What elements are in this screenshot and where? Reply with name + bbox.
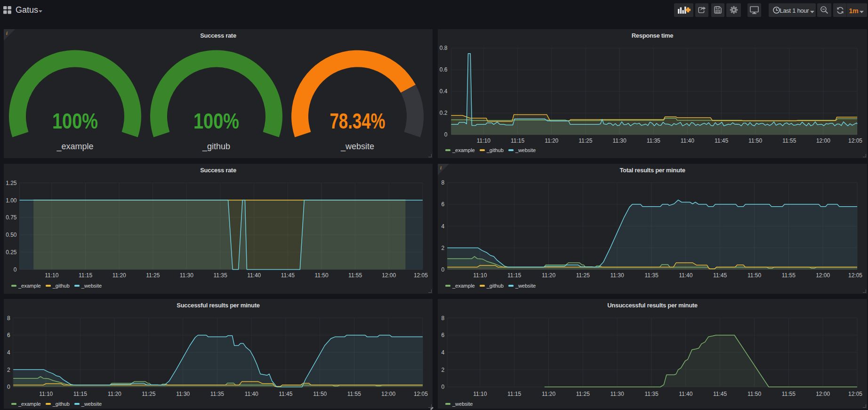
svg-text:4: 4 (442, 223, 445, 230)
svg-text:11:45: 11:45 (713, 391, 727, 397)
svg-text:11:25: 11:25 (579, 137, 592, 144)
svg-text:0: 0 (442, 384, 445, 390)
svg-text:11:10: 11:10 (39, 391, 53, 397)
svg-text:0.2: 0.2 (440, 110, 448, 116)
svg-text:_github: _github (202, 142, 230, 152)
svg-text:11:55: 11:55 (782, 391, 796, 397)
svg-text:2: 2 (442, 245, 445, 251)
svg-text:0.75: 0.75 (6, 214, 17, 221)
svg-text:11:45: 11:45 (715, 137, 728, 144)
svg-text:11:30: 11:30 (612, 137, 626, 144)
svg-text:12:00: 12:00 (816, 272, 830, 279)
svg-text:11:10: 11:10 (473, 391, 487, 397)
svg-text:11:40: 11:40 (679, 272, 692, 279)
svg-text:11:50: 11:50 (314, 272, 328, 279)
svg-text:4: 4 (7, 349, 10, 356)
svg-text:11:55: 11:55 (782, 272, 796, 279)
svg-text:0.8: 0.8 (440, 45, 448, 51)
svg-text:11:45: 11:45 (279, 391, 292, 397)
svg-text:11:35: 11:35 (210, 391, 224, 397)
svg-text:11:55: 11:55 (348, 272, 362, 279)
svg-text:0: 0 (444, 131, 448, 138)
svg-text:11:20: 11:20 (542, 272, 555, 279)
svg-text:11:15: 11:15 (73, 391, 87, 397)
svg-text:100%: 100% (52, 109, 98, 133)
svg-text:8: 8 (442, 315, 445, 322)
svg-text:11:25: 11:25 (146, 272, 160, 279)
svg-text:11:15: 11:15 (507, 391, 521, 397)
svg-text:_website: _website (340, 142, 374, 152)
svg-text:8: 8 (442, 179, 445, 186)
svg-text:12:00: 12:00 (382, 272, 396, 279)
svg-text:8: 8 (7, 315, 10, 322)
svg-text:11:55: 11:55 (782, 137, 796, 144)
svg-text:0.4: 0.4 (440, 88, 448, 95)
svg-text:0: 0 (442, 266, 445, 273)
svg-text:11:10: 11:10 (473, 272, 487, 279)
svg-text:0.50: 0.50 (6, 232, 17, 238)
svg-text:11:35: 11:35 (644, 272, 658, 279)
svg-text:11:40: 11:40 (679, 391, 692, 397)
svg-text:6: 6 (7, 332, 10, 338)
svg-text:11:30: 11:30 (611, 391, 624, 397)
svg-text:11:50: 11:50 (747, 272, 761, 279)
svg-text:11:30: 11:30 (180, 272, 193, 279)
svg-text:4: 4 (442, 349, 445, 356)
svg-text:11:35: 11:35 (644, 391, 658, 397)
svg-text:12:05: 12:05 (848, 272, 862, 279)
svg-text:12:05: 12:05 (848, 137, 862, 144)
svg-text:11:25: 11:25 (576, 272, 590, 279)
svg-text:0.25: 0.25 (6, 249, 17, 256)
svg-text:1.25: 1.25 (6, 180, 17, 186)
svg-text:78.34%: 78.34% (330, 109, 386, 133)
svg-text:11:15: 11:15 (79, 272, 92, 279)
svg-text:12:00: 12:00 (816, 391, 830, 397)
svg-text:0: 0 (7, 384, 10, 390)
svg-text:2: 2 (7, 367, 10, 373)
svg-text:11:25: 11:25 (576, 391, 590, 397)
svg-text:11:40: 11:40 (247, 272, 261, 279)
svg-text:11:50: 11:50 (313, 391, 327, 397)
svg-text:11:40: 11:40 (245, 391, 258, 397)
svg-text:11:15: 11:15 (511, 137, 524, 144)
svg-text:11:15: 11:15 (507, 272, 521, 279)
svg-text:0.6: 0.6 (440, 66, 448, 73)
svg-text:100%: 100% (193, 109, 239, 133)
svg-text:6: 6 (442, 201, 445, 208)
svg-text:11:45: 11:45 (281, 272, 295, 279)
svg-text:0: 0 (14, 266, 17, 273)
svg-text:11:50: 11:50 (748, 137, 762, 144)
svg-text:1.00: 1.00 (6, 197, 17, 204)
svg-text:11:20: 11:20 (542, 391, 555, 397)
svg-text:11:10: 11:10 (477, 137, 490, 144)
svg-text:11:45: 11:45 (713, 272, 727, 279)
svg-text:11:20: 11:20 (545, 137, 558, 144)
svg-text:11:30: 11:30 (611, 272, 624, 279)
svg-text:11:20: 11:20 (113, 272, 126, 279)
svg-text:11:55: 11:55 (347, 391, 361, 397)
svg-text:11:10: 11:10 (45, 272, 58, 279)
svg-text:12:05: 12:05 (414, 391, 428, 397)
svg-text:11:35: 11:35 (647, 137, 660, 144)
svg-text:_example: _example (56, 142, 93, 152)
svg-text:2: 2 (442, 367, 445, 373)
svg-text:11:30: 11:30 (176, 391, 190, 397)
svg-text:12:00: 12:00 (381, 391, 395, 397)
svg-text:11:50: 11:50 (747, 391, 761, 397)
svg-text:11:20: 11:20 (108, 391, 121, 397)
svg-text:6: 6 (442, 332, 445, 338)
svg-text:11:35: 11:35 (214, 272, 227, 279)
svg-text:12:05: 12:05 (414, 272, 428, 279)
svg-text:12:05: 12:05 (848, 391, 862, 397)
svg-text:12:00: 12:00 (816, 137, 830, 144)
svg-text:11:25: 11:25 (142, 391, 155, 397)
svg-text:11:40: 11:40 (681, 137, 694, 144)
